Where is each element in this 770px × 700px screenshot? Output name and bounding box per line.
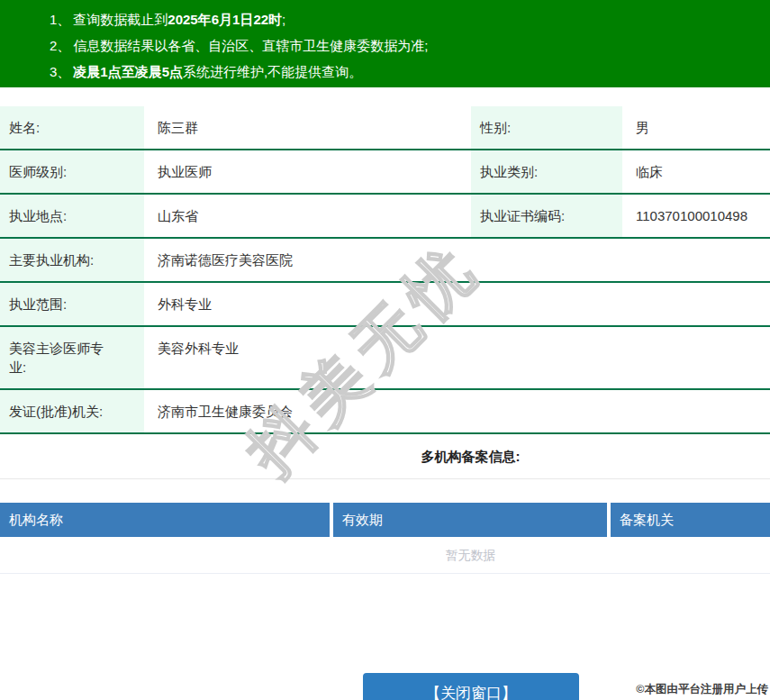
name-value: 陈三群 <box>144 106 471 150</box>
practice-scope-label: 执业范围: <box>0 282 144 326</box>
issuing-authority-value: 济南市卫生健康委员会 <box>144 389 770 433</box>
close-window-button[interactable]: 【关闭窗口】 <box>363 673 579 700</box>
practice-location-label: 执业地点: <box>0 194 144 238</box>
practitioner-info-table: 姓名: 陈三群 性别: 男 医师级别: 执业医师 执业类别: 临床 执业地点: … <box>0 106 770 434</box>
gender-label: 性别: <box>471 106 622 150</box>
notice-number: 2、 <box>50 38 70 53</box>
main-institution-label: 主要执业机构: <box>0 238 144 282</box>
info-row-issuing-authority: 发证(批准)机关: 济南市卫生健康委员会 <box>0 389 770 433</box>
certificate-number-value: 110370100010498 <box>622 194 770 238</box>
notice-text: 系统进行维护,不能提供查询。 <box>183 64 362 79</box>
records-col-validity-period: 有效期 <box>330 503 607 537</box>
notice-line-3: 3、凌晨1点至凌晨5点系统进行维护,不能提供查询。 <box>50 59 761 85</box>
multi-org-records-table: 机构名称 有效期 备案机关 暂无数据 <box>0 503 770 574</box>
practice-location-value: 山东省 <box>144 194 471 238</box>
practice-category-value: 临床 <box>622 150 770 194</box>
practice-category-label: 执业类别: <box>471 150 622 194</box>
gender-value: 男 <box>622 106 770 150</box>
notice-line-1: 1、查询数据截止到2025年6月1日22时; <box>50 6 761 32</box>
records-col-institution-name: 机构名称 <box>0 503 330 537</box>
no-data-text: 暂无数据 <box>0 537 770 574</box>
notice-number: 3、 <box>50 64 70 79</box>
records-empty-row: 暂无数据 <box>0 537 770 574</box>
cosmetic-specialty-label: 美容主诊医师专 业: <box>0 326 144 389</box>
info-row-main-institution: 主要执业机构: 济南诺德医疗美容医院 <box>0 238 770 282</box>
info-row-cosmetic-specialty: 美容主诊医师专 业: 美容外科专业 <box>0 326 770 389</box>
notice-line-2: 2、信息数据结果以各省、自治区、直辖市卫生健康委数据为准; <box>50 32 761 59</box>
main-institution-value: 济南诺德医疗美容医院 <box>144 238 770 282</box>
upload-credit-text: ©本图由平台注册用户上传 <box>636 682 768 697</box>
notice-banner: 1、查询数据截止到2025年6月1日22时; 2、信息数据结果以各省、自治区、直… <box>0 0 770 87</box>
notice-text: 查询数据截止到 <box>73 12 168 27</box>
cosmetic-specialty-value: 美容外科专业 <box>144 326 770 389</box>
records-header-row: 机构名称 有效期 备案机关 <box>0 503 770 537</box>
notice-text: ; <box>282 12 285 27</box>
doctor-level-label: 医师级别: <box>0 150 144 194</box>
multi-org-section-title: 多机构备案信息: <box>0 434 770 479</box>
info-row-level-category: 医师级别: 执业医师 执业类别: 临床 <box>0 150 770 194</box>
info-row-practice-scope: 执业范围: 外科专业 <box>0 282 770 326</box>
issuing-authority-label: 发证(批准)机关: <box>0 389 144 433</box>
name-label: 姓名: <box>0 106 144 150</box>
info-row-name-gender: 姓名: 陈三群 性别: 男 <box>0 106 770 150</box>
notice-text-bold: 凌晨1点至凌晨5点 <box>73 64 183 79</box>
certificate-number-label: 执业证书编码: <box>471 194 622 238</box>
notice-text: 信息数据结果以各省、自治区、直辖市卫生健康委数据为准; <box>73 38 428 53</box>
notice-number: 1、 <box>50 12 70 27</box>
practice-scope-value: 外科专业 <box>144 282 770 326</box>
doctor-level-value: 执业医师 <box>144 150 471 194</box>
notice-text-bold: 2025年6月1日22时 <box>168 12 282 27</box>
records-col-filing-authority: 备案机关 <box>607 503 770 537</box>
info-row-location-certno: 执业地点: 山东省 执业证书编码: 110370100010498 <box>0 194 770 238</box>
